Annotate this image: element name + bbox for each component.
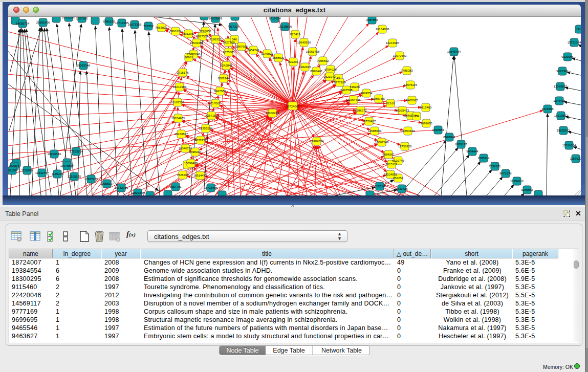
svg-text:10688609: 10688609 xyxy=(368,129,382,133)
svg-text:8678352: 8678352 xyxy=(194,139,207,142)
svg-text:15716485: 15716485 xyxy=(204,186,218,189)
svg-text:19692971: 19692971 xyxy=(557,129,571,132)
svg-text:9245652: 9245652 xyxy=(521,188,533,191)
svg-text:18524851: 18524851 xyxy=(384,173,398,176)
svg-text:20364436: 20364436 xyxy=(347,98,361,101)
svg-text:1733426: 1733426 xyxy=(396,187,408,190)
svg-text:10654112: 10654112 xyxy=(510,180,524,183)
svg-text:9675685: 9675685 xyxy=(223,51,235,54)
svg-text:8427552: 8427552 xyxy=(214,90,226,93)
svg-text:1156819: 1156819 xyxy=(21,169,34,172)
svg-text:8186323: 8186323 xyxy=(209,38,222,41)
svg-text:16107553: 16107553 xyxy=(171,101,185,104)
svg-text:12353594: 12353594 xyxy=(199,127,213,130)
svg-text:825419: 825419 xyxy=(290,33,301,36)
svg-text:20691406: 20691406 xyxy=(36,21,50,24)
svg-text:20206516: 20206516 xyxy=(48,152,61,156)
svg-text:1621072: 1621072 xyxy=(323,75,336,78)
svg-text:16961758: 16961758 xyxy=(306,50,320,53)
svg-text:15136141: 15136141 xyxy=(373,185,387,188)
svg-text:1167533: 1167533 xyxy=(570,157,581,160)
svg-text:8813054: 8813054 xyxy=(269,17,281,20)
svg-text:16154808: 16154808 xyxy=(376,28,389,31)
svg-text:1588520: 1588520 xyxy=(272,56,285,59)
svg-text:7632621: 7632621 xyxy=(489,165,501,168)
svg-text:717006: 717006 xyxy=(210,102,221,105)
svg-text:1112: 1112 xyxy=(576,28,581,31)
svg-text:12823448: 12823448 xyxy=(131,191,145,194)
svg-text:19218506: 19218506 xyxy=(278,25,292,28)
svg-text:10973493: 10973493 xyxy=(393,54,407,57)
svg-text:9699695: 9699695 xyxy=(420,122,432,125)
svg-text:9146821: 9146821 xyxy=(261,52,273,55)
svg-text:19654985: 19654985 xyxy=(171,117,185,120)
svg-text:9657791: 9657791 xyxy=(169,185,182,188)
svg-text:16914479: 16914479 xyxy=(193,174,207,177)
svg-text:2935114: 2935114 xyxy=(478,157,490,160)
svg-text:9777169: 9777169 xyxy=(334,81,346,84)
svg-text:16640910: 16640910 xyxy=(297,41,311,44)
svg-text:1498222: 1498222 xyxy=(189,150,201,154)
svg-text:17957255: 17957255 xyxy=(84,178,98,181)
svg-text:16210643: 16210643 xyxy=(554,114,568,117)
svg-text:8267150: 8267150 xyxy=(205,114,217,117)
svg-text:1640954: 1640954 xyxy=(432,128,444,132)
svg-text:18807249: 18807249 xyxy=(375,141,389,144)
svg-text:9084067: 9084067 xyxy=(382,153,395,156)
svg-text:2867608: 2867608 xyxy=(235,45,248,48)
svg-text:18724007: 18724007 xyxy=(286,105,300,108)
svg-text:16055267: 16055267 xyxy=(62,17,76,19)
svg-text:265061: 265061 xyxy=(9,165,20,168)
svg-text:12213389: 12213389 xyxy=(173,85,187,89)
svg-text:17016504: 17016504 xyxy=(562,144,576,147)
svg-text:17353924: 17353924 xyxy=(70,150,83,153)
svg-text:8990448: 8990448 xyxy=(310,70,322,73)
svg-text:39159: 39159 xyxy=(8,169,17,172)
svg-text:18300295: 18300295 xyxy=(266,112,279,115)
svg-text:1244415: 1244415 xyxy=(553,99,565,102)
svg-text:10046786: 10046786 xyxy=(179,147,192,150)
svg-text:16671355: 16671355 xyxy=(128,23,142,26)
svg-text:8471676: 8471676 xyxy=(499,172,512,175)
svg-text:9827503: 9827503 xyxy=(196,35,208,38)
svg-text:15751074: 15751074 xyxy=(568,41,581,44)
svg-text:9329966: 9329966 xyxy=(561,55,574,58)
svg-text:5226058: 5226058 xyxy=(199,30,211,33)
svg-text:2087682: 2087682 xyxy=(366,18,378,21)
svg-text:10025433: 10025433 xyxy=(396,109,409,112)
svg-text:10958107: 10958107 xyxy=(100,182,114,185)
svg-text:9827508: 9827508 xyxy=(223,41,235,44)
svg-text:12942757: 12942757 xyxy=(35,171,49,174)
svg-text:7986372: 7986372 xyxy=(355,109,367,112)
svg-text:7955812: 7955812 xyxy=(317,59,329,62)
svg-text:751552: 751552 xyxy=(143,25,154,28)
svg-text:16543382: 16543382 xyxy=(190,41,204,45)
svg-text:9242848: 9242848 xyxy=(220,64,232,67)
svg-text:6497568: 6497568 xyxy=(340,89,353,92)
svg-text:6120746: 6120746 xyxy=(392,159,404,162)
svg-text:12213987: 12213987 xyxy=(386,41,400,45)
svg-text:19384554: 19384554 xyxy=(310,140,324,143)
svg-text:15720407: 15720407 xyxy=(362,120,376,123)
svg-text:19166827: 19166827 xyxy=(175,133,188,136)
svg-text:8454749: 8454749 xyxy=(247,49,259,52)
svg-text:891295: 891295 xyxy=(183,32,194,35)
svg-text:14055724: 14055724 xyxy=(16,22,30,25)
svg-text:9115460: 9115460 xyxy=(420,106,432,109)
svg-text:29053346: 29053346 xyxy=(77,64,91,67)
svg-text:7485083: 7485083 xyxy=(401,69,413,72)
svg-text:3215958: 3215958 xyxy=(541,107,554,111)
svg-text:19756928: 19756928 xyxy=(398,145,412,148)
svg-text:16648784: 16648784 xyxy=(447,50,461,53)
svg-text:1362615: 1362615 xyxy=(299,65,311,69)
svg-text:1145194: 1145194 xyxy=(52,172,64,176)
svg-text:12505155: 12505155 xyxy=(68,175,81,178)
svg-text:9474444: 9474444 xyxy=(466,150,478,153)
svg-text:6679197: 6679197 xyxy=(455,143,467,146)
svg-text:7625402: 7625402 xyxy=(177,173,189,177)
svg-text:7357224: 7357224 xyxy=(227,25,239,28)
svg-text:8938923: 8938923 xyxy=(443,136,455,139)
svg-text:10807487: 10807487 xyxy=(372,97,386,100)
svg-text:1615112: 1615112 xyxy=(386,163,398,166)
svg-text:9227342: 9227342 xyxy=(556,70,569,73)
